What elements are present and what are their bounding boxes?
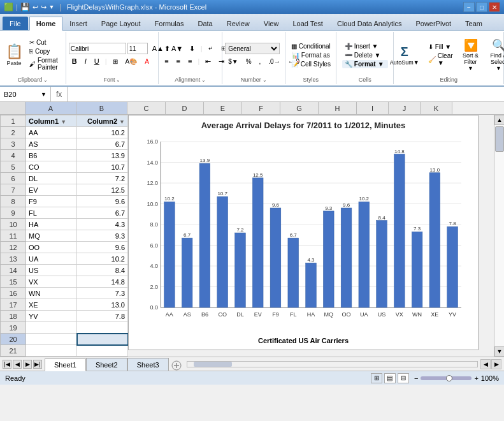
row-number[interactable]: 11: [1, 230, 26, 242]
col-header-e[interactable]: E: [204, 102, 242, 114]
sort-filter-button[interactable]: 🔽 Sort &Filter ▼: [458, 36, 484, 73]
row-number[interactable]: 1: [1, 115, 26, 127]
font-expand[interactable]: ⌄: [116, 77, 120, 83]
cell-styles-button[interactable]: 📝 Cell Styles: [289, 60, 333, 68]
row-number[interactable]: 6: [1, 173, 26, 184]
cell-col-a[interactable]: WN: [26, 288, 77, 299]
insert-cells-button[interactable]: ➕ Insert ▼: [342, 42, 388, 50]
align-top-button[interactable]: ⬆: [161, 43, 173, 54]
cell-col-a[interactable]: HA: [26, 219, 77, 230]
fill-color-button[interactable]: A🎨: [122, 55, 141, 67]
col-header-a[interactable]: A: [25, 102, 76, 114]
cell-col-b[interactable]: 10.2: [77, 253, 128, 265]
col-header-f[interactable]: F: [242, 102, 280, 114]
cell-col-b[interactable]: 12.5: [77, 184, 128, 196]
indent-decrease-button[interactable]: ⇤: [202, 55, 214, 67]
row-number[interactable]: 16: [1, 288, 26, 299]
cell-col-b[interactable]: 13.9: [77, 150, 128, 161]
tab-prev-button[interactable]: ◀: [13, 360, 22, 369]
normal-view-button[interactable]: ⊞: [371, 373, 382, 383]
autosum-button[interactable]: Σ AutoSum▼: [386, 43, 423, 68]
tab-review[interactable]: Review: [220, 17, 257, 30]
row-number[interactable]: 14: [1, 265, 26, 276]
minimize-button[interactable]: −: [463, 2, 475, 12]
cell-col-b[interactable]: 10.2: [77, 127, 128, 138]
row-number[interactable]: 17: [1, 299, 26, 311]
format-painter-button[interactable]: 🖌 Format Painter: [27, 56, 63, 71]
conditional-formatting-button[interactable]: ▦ Conditional: [289, 42, 333, 50]
col-header-j[interactable]: J: [389, 102, 421, 114]
cell-col-b[interactable]: 9.3: [77, 230, 128, 242]
scroll-track[interactable]: [494, 125, 504, 346]
quick-access-dropdown[interactable]: ▼: [49, 4, 55, 10]
italic-button[interactable]: I: [82, 55, 90, 67]
cell-col-b[interactable]: 7.3: [77, 288, 128, 299]
align-right-button[interactable]: ≡: [185, 55, 195, 67]
col-header-h[interactable]: H: [319, 102, 357, 114]
cell-col-a[interactable]: [26, 345, 77, 357]
formula-input[interactable]: [68, 91, 504, 98]
cell-col-a[interactable]: [26, 334, 77, 345]
cell-col-a[interactable]: F9: [26, 196, 77, 207]
tab-home[interactable]: Home: [29, 17, 63, 31]
quick-undo[interactable]: ↩: [32, 3, 38, 11]
tab-load-test[interactable]: Load Test: [285, 17, 330, 30]
underline-button[interactable]: U: [91, 55, 103, 67]
cell-col-a[interactable]: MQ: [26, 230, 77, 242]
tab-cloud-data[interactable]: Cloud Data Analytics: [330, 17, 409, 30]
quick-save[interactable]: 💾: [20, 3, 30, 11]
tab-page-layout[interactable]: Page Layout: [94, 17, 148, 30]
row-number[interactable]: 20: [1, 334, 26, 345]
page-break-view-button[interactable]: ⊟: [398, 373, 409, 383]
format-cells-button[interactable]: 🔧 Format ▼: [342, 60, 388, 68]
name-box-dropdown[interactable]: ▼: [41, 91, 47, 98]
cell-col-a[interactable]: VX: [26, 276, 77, 288]
vertical-scrollbar[interactable]: ▲ ▼: [494, 115, 504, 357]
zoom-slider[interactable]: [421, 376, 472, 380]
tab-team[interactable]: Team: [458, 17, 489, 30]
border-button[interactable]: ⊞: [110, 55, 121, 67]
cell-col-b[interactable]: Column2 ▼: [77, 115, 128, 127]
comma-button[interactable]: ,: [256, 55, 264, 67]
scroll-right-button[interactable]: ▶: [491, 359, 501, 369]
cell-col-a[interactable]: DL: [26, 173, 77, 184]
cell-col-a[interactable]: EV: [26, 184, 77, 196]
sheet-tab-1[interactable]: Sheet1: [45, 358, 86, 371]
tab-last-button[interactable]: ▶|: [33, 360, 42, 369]
cell-col-b[interactable]: 9.6: [77, 242, 128, 253]
col-header-b[interactable]: B: [76, 102, 127, 114]
cell-col-b[interactable]: 10.7: [77, 161, 128, 173]
cell-col-a[interactable]: AA: [26, 127, 77, 138]
sheet-tab-2[interactable]: Sheet2: [86, 358, 127, 371]
cell-col-b[interactable]: [77, 322, 128, 334]
col-header-k[interactable]: K: [421, 102, 452, 114]
col-header-g[interactable]: G: [280, 102, 319, 114]
row-number[interactable]: 19: [1, 322, 26, 334]
paste-button[interactable]: 📋 Paste: [3, 41, 25, 68]
font-name-input[interactable]: [69, 43, 126, 54]
tab-view[interactable]: View: [257, 17, 286, 30]
col-header-i[interactable]: I: [357, 102, 389, 114]
cell-col-a[interactable]: US: [26, 265, 77, 276]
corner-cell[interactable]: [0, 102, 25, 114]
cell-col-b[interactable]: [77, 345, 128, 357]
cell-col-a[interactable]: XE: [26, 299, 77, 311]
h-scroll-thumb[interactable]: [194, 362, 232, 367]
cell-col-b[interactable]: 7.8: [77, 311, 128, 322]
cell-col-b[interactable]: 7.2: [77, 173, 128, 184]
tab-formulas[interactable]: Formulas: [148, 17, 191, 30]
cell-col-a[interactable]: FL: [26, 207, 77, 219]
percent-button[interactable]: %: [243, 55, 255, 67]
scroll-thumb[interactable]: [495, 126, 504, 152]
row-number[interactable]: 7: [1, 184, 26, 196]
scroll-down-button[interactable]: ▼: [494, 346, 504, 357]
copy-button[interactable]: ⎘ Copy: [27, 47, 63, 55]
cell-col-a[interactable]: OO: [26, 242, 77, 253]
cell-col-b[interactable]: 6.7: [77, 138, 128, 150]
cell-col-a[interactable]: B6: [26, 150, 77, 161]
clipboard-expand[interactable]: ⌄: [43, 77, 48, 83]
row-number[interactable]: 5: [1, 161, 26, 173]
tab-file[interactable]: File: [3, 17, 28, 30]
cell-col-a[interactable]: [26, 322, 77, 334]
font-color-button[interactable]: A: [141, 55, 152, 67]
